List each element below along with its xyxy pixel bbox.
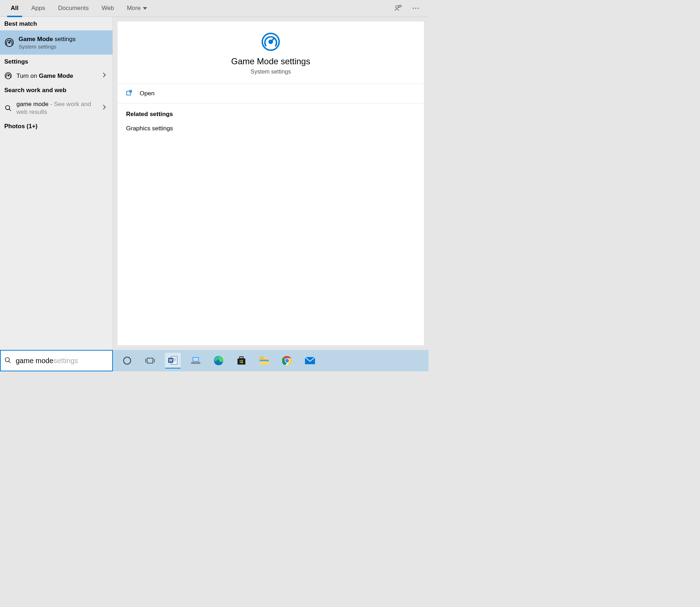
search-icon bbox=[4, 357, 12, 365]
taskbar-word-icon[interactable]: W bbox=[165, 353, 181, 368]
svg-rect-35 bbox=[240, 357, 243, 358]
related-settings-block: Related settings Graphics settings bbox=[118, 104, 424, 141]
tab-more[interactable]: More bbox=[120, 0, 154, 17]
result-subtitle: System settings bbox=[19, 44, 108, 50]
search-main-area: Best match Game Mode settings System set… bbox=[0, 17, 429, 350]
result-turn-on-game-mode[interactable]: Turn on Game Mode bbox=[0, 68, 112, 83]
taskbar-laptop-icon[interactable] bbox=[188, 353, 204, 368]
related-settings-header: Related settings bbox=[126, 111, 415, 118]
svg-point-11 bbox=[6, 105, 10, 110]
taskbar-task-view-icon[interactable] bbox=[142, 353, 158, 368]
svg-point-18 bbox=[5, 358, 10, 362]
svg-point-4 bbox=[418, 8, 419, 9]
open-icon bbox=[126, 90, 133, 97]
taskbar-store-icon[interactable] bbox=[234, 353, 249, 368]
group-search-work-web: Search work and web bbox=[0, 83, 112, 97]
group-settings: Settings bbox=[0, 55, 112, 68]
preview-card: Game Mode settings System settings Open … bbox=[117, 21, 424, 346]
svg-rect-42 bbox=[260, 360, 269, 361]
svg-rect-34 bbox=[238, 358, 245, 365]
svg-line-19 bbox=[9, 361, 11, 363]
svg-rect-41 bbox=[260, 357, 264, 359]
related-link-graphics-settings[interactable]: Graphics settings bbox=[126, 123, 415, 134]
svg-rect-32 bbox=[191, 362, 200, 364]
svg-text:W: W bbox=[169, 358, 172, 362]
chevron-right-icon[interactable] bbox=[100, 72, 108, 80]
result-title: game mode - See work and web results bbox=[16, 100, 100, 116]
svg-point-3 bbox=[415, 8, 416, 9]
taskbar-edge-icon[interactable] bbox=[211, 353, 226, 368]
open-label: Open bbox=[140, 90, 155, 97]
svg-point-2 bbox=[413, 8, 414, 9]
group-photos[interactable]: Photos (1+) bbox=[0, 119, 112, 133]
search-filter-tabs: All Apps Documents Web More bbox=[0, 0, 429, 17]
taskbar-cortana-icon[interactable] bbox=[119, 353, 135, 368]
preview-pane: Game Mode settings System settings Open … bbox=[113, 17, 429, 350]
preview-title: Game Mode settings bbox=[125, 56, 417, 66]
taskbar: W bbox=[113, 350, 429, 371]
results-pane: Best match Game Mode settings System set… bbox=[0, 17, 113, 350]
svg-rect-36 bbox=[240, 360, 241, 361]
svg-rect-39 bbox=[241, 362, 243, 363]
result-title: Game Mode settings bbox=[19, 35, 108, 43]
result-game-mode-settings[interactable]: Game Mode settings System settings bbox=[0, 30, 112, 55]
caret-down-icon bbox=[143, 5, 147, 12]
result-title: Turn on Game Mode bbox=[16, 72, 100, 80]
result-web-game-mode[interactable]: game mode - See work and web results bbox=[0, 97, 112, 119]
preview-open-action[interactable]: Open bbox=[118, 84, 424, 104]
taskbar-file-explorer-icon[interactable] bbox=[256, 353, 272, 368]
gauge-icon bbox=[4, 37, 14, 47]
svg-rect-37 bbox=[241, 360, 243, 361]
taskbar-chrome-icon[interactable] bbox=[279, 353, 295, 368]
svg-rect-21 bbox=[147, 358, 153, 363]
preview-subtitle: System settings bbox=[125, 69, 417, 75]
svg-rect-31 bbox=[193, 358, 198, 361]
svg-rect-38 bbox=[240, 362, 241, 363]
svg-point-1 bbox=[396, 6, 398, 8]
search-typed-text: game mode bbox=[16, 357, 54, 365]
more-options-icon[interactable] bbox=[410, 2, 421, 14]
tab-apps[interactable]: Apps bbox=[25, 0, 52, 17]
svg-marker-0 bbox=[143, 7, 147, 10]
svg-line-12 bbox=[9, 109, 11, 111]
preview-hero: Game Mode settings System settings bbox=[118, 21, 424, 84]
tab-documents[interactable]: Documents bbox=[51, 0, 95, 17]
search-icon bbox=[4, 104, 12, 112]
feedback-icon[interactable] bbox=[392, 2, 404, 14]
tab-more-label: More bbox=[127, 5, 141, 12]
search-input[interactable]: game mode settings bbox=[0, 350, 113, 371]
tab-all[interactable]: All bbox=[4, 0, 25, 17]
taskbar-mail-icon[interactable] bbox=[302, 353, 318, 368]
chevron-right-icon[interactable] bbox=[100, 104, 108, 112]
svg-line-10 bbox=[8, 74, 10, 76]
search-suggestion-text: settings bbox=[54, 357, 78, 365]
gauge-icon bbox=[260, 31, 281, 52]
svg-point-20 bbox=[124, 357, 131, 364]
group-best-match: Best match bbox=[0, 17, 112, 30]
tab-web[interactable]: Web bbox=[95, 0, 120, 17]
gauge-icon bbox=[4, 72, 12, 80]
bottom-bar: game mode settings W bbox=[0, 350, 429, 371]
